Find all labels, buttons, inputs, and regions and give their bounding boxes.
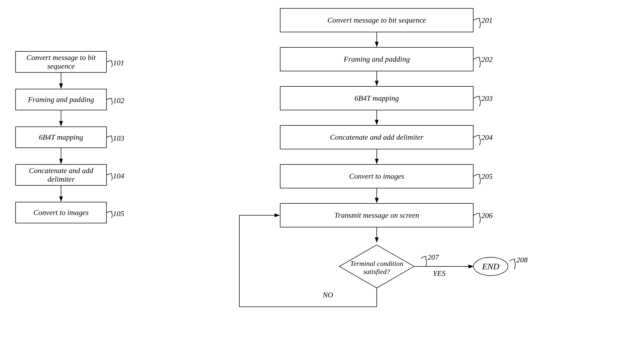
- left-box4: Concatenate and add delimiter: [15, 164, 107, 186]
- right-box5: Convert to images: [280, 164, 474, 188]
- ref-203: 203: [481, 94, 493, 103]
- ref-201: 201: [481, 16, 493, 25]
- right-box6-text: Transmit message on screen: [334, 211, 419, 220]
- decision-text: Terminal condition satisfied?: [347, 260, 407, 276]
- left-box4-text: Concatenate and add delimiter: [16, 166, 106, 184]
- right-box4: Concatenate and add delimiter: [280, 125, 474, 149]
- left-box3-text: 6B4T mapping: [39, 133, 83, 142]
- ref-105: 105: [113, 209, 124, 218]
- ref-204: 204: [481, 133, 493, 142]
- right-box3: 6B4T mapping: [280, 86, 474, 110]
- right-box2-text: Framing and padding: [344, 55, 410, 64]
- ref-104: 104: [113, 172, 124, 180]
- right-box4-text: Concatenate and add delimiter: [330, 133, 424, 142]
- left-box1-text: Convert message to bit sequence: [16, 53, 106, 71]
- right-box1-text: Convert message to bit sequence: [327, 16, 426, 24]
- ref-205: 205: [481, 172, 493, 181]
- left-box5-text: Convert to images: [33, 208, 88, 217]
- left-box5: Convert to images: [15, 202, 107, 223]
- right-box2: Framing and padding: [280, 47, 474, 71]
- end-oval: END: [473, 257, 508, 276]
- ref-202: 202: [481, 55, 493, 64]
- ref-208: 208: [516, 256, 528, 264]
- left-box2: Framing and padding: [15, 89, 107, 110]
- ref-103: 103: [113, 134, 124, 143]
- right-box6: Transmit message on screen: [280, 203, 474, 227]
- yes-label: YES: [433, 269, 446, 278]
- ref-206: 206: [481, 211, 493, 220]
- right-box1: Convert message to bit sequence: [280, 8, 474, 32]
- ref-207: 207: [428, 253, 439, 262]
- right-box5-text: Convert to images: [349, 172, 404, 181]
- left-box3: 6B4T mapping: [15, 126, 107, 148]
- diagram-container: Convert message to bit sequence Framing …: [0, 0, 644, 338]
- left-box2-text: Framing and padding: [28, 95, 94, 104]
- right-box3-text: 6B4T mapping: [354, 94, 399, 103]
- no-label: NO: [323, 291, 333, 299]
- ref-102: 102: [113, 96, 124, 105]
- ref-101: 101: [113, 59, 124, 67]
- left-box1: Convert message to bit sequence: [15, 51, 107, 73]
